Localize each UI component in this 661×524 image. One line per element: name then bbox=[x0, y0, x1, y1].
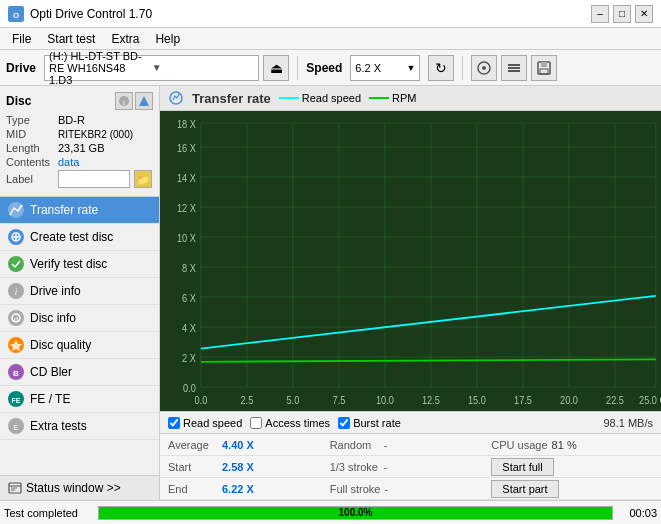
access-times-checkbox-label[interactable]: Access times bbox=[250, 417, 330, 429]
type-value: BD-R bbox=[58, 114, 85, 126]
svg-point-3 bbox=[482, 66, 486, 70]
end-value: 6.22 X bbox=[222, 483, 254, 495]
stats-cpu: CPU usage 81 % bbox=[491, 439, 653, 451]
read-speed-checkbox[interactable] bbox=[168, 417, 180, 429]
stats-start-full-cell: Start full bbox=[491, 458, 653, 476]
svg-text:B: B bbox=[13, 369, 19, 378]
svg-text:22.5: 22.5 bbox=[606, 394, 624, 406]
nav-drive-info[interactable]: i Drive info bbox=[0, 278, 159, 305]
disc-mid-row: MID RITEKBR2 (000) bbox=[6, 128, 153, 140]
disc-contents-row: Contents data bbox=[6, 156, 153, 168]
disc-type-row: Type BD-R bbox=[6, 114, 153, 126]
legend-read-speed: Read speed bbox=[279, 92, 361, 104]
nav-create-test-disc[interactable]: Create test disc bbox=[0, 224, 159, 251]
nav-cd-bler[interactable]: B CD Bler bbox=[0, 359, 159, 386]
svg-text:2 X: 2 X bbox=[182, 352, 196, 364]
end-label: End bbox=[168, 483, 218, 495]
svg-text:2.5: 2.5 bbox=[241, 394, 254, 406]
toolbar-separator bbox=[297, 56, 298, 80]
svg-text:10 X: 10 X bbox=[177, 232, 196, 244]
nav-extra-tests[interactable]: E Extra tests bbox=[0, 413, 159, 440]
menu-start-test[interactable]: Start test bbox=[39, 30, 103, 48]
disc-label-row: Label 📁 bbox=[6, 170, 153, 188]
disc-icon-btn2[interactable] bbox=[135, 92, 153, 110]
menu-extra[interactable]: Extra bbox=[103, 30, 147, 48]
burst-rate-checkbox-label[interactable]: Burst rate bbox=[338, 417, 401, 429]
cpu-value: 81 % bbox=[552, 439, 577, 451]
burst-rate-checkbox[interactable] bbox=[338, 417, 350, 429]
titlebar: O Opti Drive Control 1.70 – □ ✕ bbox=[0, 0, 661, 28]
svg-text:10.0: 10.0 bbox=[376, 394, 394, 406]
refresh-button[interactable]: ↻ bbox=[428, 55, 454, 81]
maximize-button[interactable]: □ bbox=[613, 5, 631, 23]
speed-dropdown-arrow: ▼ bbox=[406, 63, 415, 73]
disc-info-icon: d bbox=[8, 310, 24, 326]
speed-selector[interactable]: 6.2 X ▼ bbox=[350, 55, 420, 81]
drive-selector[interactable]: (H:) HL-DT-ST BD-RE WH16NS48 1.D3 ▼ bbox=[44, 55, 259, 81]
svg-text:16 X: 16 X bbox=[177, 142, 196, 154]
svg-text:O: O bbox=[13, 11, 19, 20]
nav-disc-quality[interactable]: Disc quality bbox=[0, 332, 159, 359]
svg-text:i: i bbox=[15, 287, 18, 297]
nav-disc-info[interactable]: d Disc info bbox=[0, 305, 159, 332]
chart-svg: 18 X 16 X 14 X 12 X 10 X 8 X 6 X 4 X 2 X… bbox=[160, 111, 661, 411]
nav-fe-te[interactable]: FE FE / TE bbox=[0, 386, 159, 413]
close-button[interactable]: ✕ bbox=[635, 5, 653, 23]
left-panel: Disc i Type BD-R MID RITEKBR2 (000) bbox=[0, 86, 160, 500]
status-window-button[interactable]: Status window >> bbox=[0, 475, 159, 500]
extra-tests-icon: E bbox=[8, 418, 24, 434]
random-label: Random bbox=[330, 439, 380, 451]
nav-transfer-rate[interactable]: Transfer rate bbox=[0, 197, 159, 224]
stats-row-1: Average 4.40 X Random - CPU usage 81 % bbox=[160, 434, 661, 456]
start-full-button[interactable]: Start full bbox=[491, 458, 553, 476]
nav-verify-test-disc[interactable]: Verify test disc bbox=[0, 251, 159, 278]
folder-button[interactable]: 📁 bbox=[134, 170, 152, 188]
label-input[interactable] bbox=[58, 170, 130, 188]
legend-rpm: RPM bbox=[369, 92, 416, 104]
burst-rate-checkbox-text: Burst rate bbox=[353, 417, 401, 429]
contents-value: data bbox=[58, 156, 79, 168]
menu-help[interactable]: Help bbox=[147, 30, 188, 48]
stats-random: Random - bbox=[330, 439, 492, 451]
full-stroke-value: - bbox=[384, 483, 388, 495]
svg-text:17.5: 17.5 bbox=[514, 394, 532, 406]
nav-cd-bler-label: CD Bler bbox=[30, 365, 72, 379]
full-stroke-label: Full stroke bbox=[330, 483, 381, 495]
titlebar-controls[interactable]: – □ ✕ bbox=[591, 5, 653, 23]
settings-button1[interactable] bbox=[471, 55, 497, 81]
chart-area: Transfer rate Read speed RPM bbox=[160, 86, 661, 500]
mid-label: MID bbox=[6, 128, 54, 140]
svg-text:7.5: 7.5 bbox=[333, 394, 346, 406]
speed-value: 6.2 X bbox=[355, 62, 381, 74]
disc-section: Disc i Type BD-R MID RITEKBR2 (000) bbox=[0, 86, 159, 197]
stats-1-3-stroke: 1/3 stroke - bbox=[330, 461, 492, 473]
svg-marker-12 bbox=[139, 96, 149, 106]
save-button[interactable] bbox=[531, 55, 557, 81]
chart-header: Transfer rate Read speed RPM bbox=[160, 86, 661, 111]
svg-text:FE: FE bbox=[12, 397, 21, 404]
toolbar-separator2 bbox=[462, 56, 463, 80]
svg-text:12.5: 12.5 bbox=[422, 394, 440, 406]
drive-value: (H:) HL-DT-ST BD-RE WH16NS48 1.D3 bbox=[49, 50, 152, 86]
status-window-label: Status window >> bbox=[26, 481, 121, 495]
stats-end: End 6.22 X bbox=[168, 483, 330, 495]
legend-read-color bbox=[279, 94, 299, 102]
minimize-button[interactable]: – bbox=[591, 5, 609, 23]
svg-text:0.0: 0.0 bbox=[183, 382, 196, 394]
disc-icon-btn1[interactable]: i bbox=[115, 92, 133, 110]
disc-action-icons: i bbox=[115, 92, 153, 110]
svg-text:25.0 GB: 25.0 GB bbox=[639, 394, 661, 406]
settings-button2[interactable] bbox=[501, 55, 527, 81]
drive-label: Drive bbox=[6, 61, 36, 75]
app-icon: O bbox=[8, 6, 24, 22]
eject-button[interactable]: ⏏ bbox=[263, 55, 289, 81]
burst-rate-value: 98.1 MB/s bbox=[603, 417, 653, 429]
svg-text:i: i bbox=[123, 98, 125, 107]
create-test-disc-icon bbox=[8, 229, 24, 245]
start-part-button[interactable]: Start part bbox=[491, 480, 558, 498]
svg-text:4 X: 4 X bbox=[182, 322, 196, 334]
access-times-checkbox[interactable] bbox=[250, 417, 262, 429]
menu-file[interactable]: File bbox=[4, 30, 39, 48]
read-speed-checkbox-label[interactable]: Read speed bbox=[168, 417, 242, 429]
disc-length-row: Length 23,31 GB bbox=[6, 142, 153, 154]
